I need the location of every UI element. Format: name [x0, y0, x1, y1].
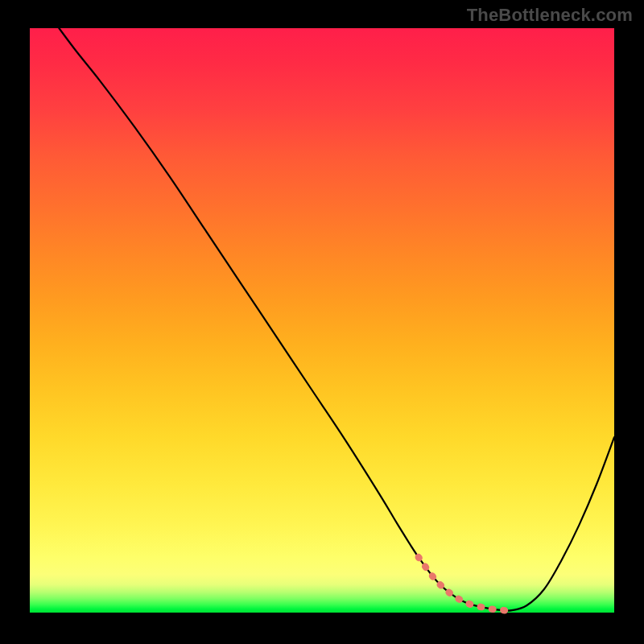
- watermark-text: TheBottleneck.com: [467, 5, 633, 26]
- curve-svg: [30, 28, 614, 613]
- bottleneck-curve: [59, 28, 614, 611]
- chart-container: TheBottleneck.com: [0, 0, 644, 644]
- plot-area: [30, 28, 614, 613]
